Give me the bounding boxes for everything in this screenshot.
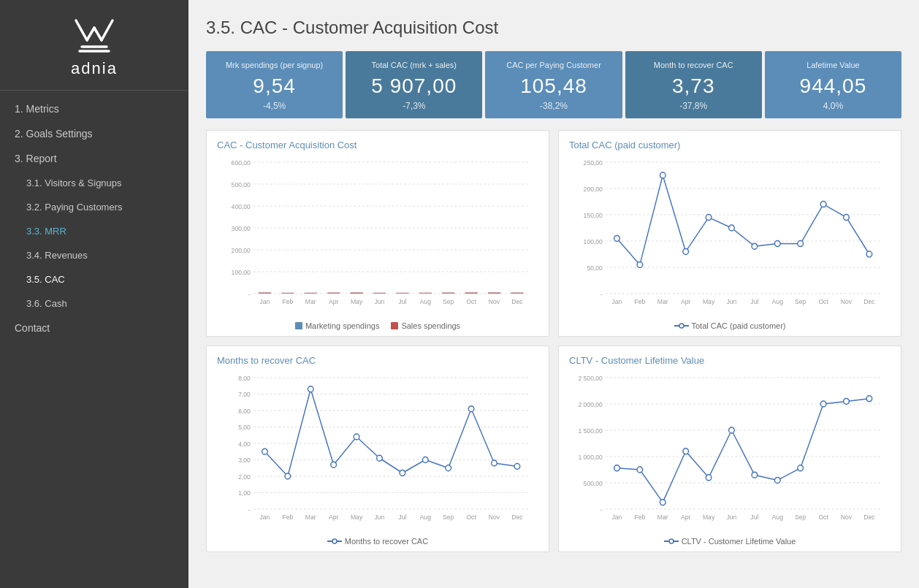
svg-rect-55 xyxy=(511,293,523,294)
nav-item-1.-metrics[interactable]: 1. Metrics xyxy=(0,96,188,121)
svg-text:Apr: Apr xyxy=(329,298,338,305)
svg-point-100 xyxy=(820,202,826,207)
svg-line-139 xyxy=(356,437,379,458)
svg-line-193 xyxy=(823,402,846,405)
total-cac-label: Total CAC (paid customer) xyxy=(692,321,786,330)
kpi-change-2: -38,2% xyxy=(492,101,614,111)
nav-item-3.1.-visitors-&-signups[interactable]: 3.1. Visitors & Signups xyxy=(0,171,188,195)
svg-line-88 xyxy=(801,205,823,244)
svg-text:Jun: Jun xyxy=(727,513,737,521)
svg-point-157 xyxy=(514,464,520,470)
svg-text:Nov: Nov xyxy=(489,298,500,305)
nav-item-2.-goals-settings[interactable]: 2. Goals Settings xyxy=(0,121,188,146)
svg-point-150 xyxy=(354,434,359,440)
svg-line-185 xyxy=(640,470,663,503)
svg-text:Dec: Dec xyxy=(863,298,875,305)
svg-point-202 xyxy=(774,478,780,484)
kpi-label-1: Total CAC (mrk + sales) xyxy=(353,60,475,70)
svg-text:Jun: Jun xyxy=(375,513,385,521)
line-icon xyxy=(674,322,689,329)
svg-text:50,00: 50,00 xyxy=(587,264,603,272)
svg-text:4,00: 4,00 xyxy=(238,440,251,448)
svg-text:Feb: Feb xyxy=(282,298,293,305)
total-cac-chart-area: 250,00200,00150,00100,0050,00-JanFebMarA… xyxy=(569,155,891,318)
kpi-change-3: -37,8% xyxy=(633,101,755,111)
nav-item-3.5.-cac[interactable]: 3.5. CAC xyxy=(0,267,188,291)
svg-point-147 xyxy=(285,473,291,479)
svg-point-91 xyxy=(614,236,620,242)
cltv-chart-box: CLTV - Customer Lifetime Value 2 500,002… xyxy=(558,345,901,552)
svg-rect-54 xyxy=(511,293,523,294)
nav-item-3.-report[interactable]: 3. Report xyxy=(0,146,188,171)
sales-color xyxy=(391,322,398,329)
svg-text:7,00: 7,00 xyxy=(238,392,251,399)
svg-point-146 xyxy=(262,449,268,455)
nav-item-3.4.-revenues[interactable]: 3.4. Revenues xyxy=(0,243,188,267)
svg-text:Jan: Jan xyxy=(260,298,270,305)
sidebar: adnia 1. Metrics2. Goals Settings3. Repo… xyxy=(0,0,188,588)
svg-point-148 xyxy=(308,386,313,392)
svg-text:-: - xyxy=(600,506,603,513)
svg-rect-41 xyxy=(350,293,362,294)
svg-line-138 xyxy=(334,437,356,465)
cac-chart-area: 600,00500,00400,00300,00200,00100,00-Jan… xyxy=(217,155,538,318)
svg-text:6,00: 6,00 xyxy=(238,408,251,415)
svg-point-104 xyxy=(679,324,684,328)
svg-line-186 xyxy=(663,451,685,503)
svg-rect-44 xyxy=(396,293,408,294)
months-chart-area: 8,007,006,005,004,003,002,001,00-JanFebM… xyxy=(217,370,538,534)
charts-row-1: CAC - Customer Acquisition Cost 600,0050… xyxy=(206,130,901,337)
svg-rect-36 xyxy=(305,293,317,294)
svg-text:-: - xyxy=(248,291,251,298)
svg-text:8,00: 8,00 xyxy=(238,375,251,382)
svg-point-198 xyxy=(683,448,689,454)
svg-text:May: May xyxy=(703,513,715,521)
svg-text:300,00: 300,00 xyxy=(232,225,251,232)
svg-text:Sep: Sep xyxy=(443,298,454,305)
svg-text:Sep: Sep xyxy=(795,298,806,305)
svg-point-154 xyxy=(446,465,451,471)
svg-point-92 xyxy=(637,262,643,268)
svg-text:Mar: Mar xyxy=(305,513,316,521)
svg-line-90 xyxy=(847,218,869,254)
svg-rect-49 xyxy=(442,294,454,294)
marketing-color xyxy=(295,322,302,329)
total-cac-legend: Total CAC (paid customer) xyxy=(569,321,891,330)
svg-text:-: - xyxy=(248,506,251,513)
svg-line-190 xyxy=(755,475,777,480)
svg-rect-53 xyxy=(488,293,500,294)
svg-rect-47 xyxy=(419,294,432,294)
svg-line-84 xyxy=(709,218,731,228)
svg-text:Oct: Oct xyxy=(818,298,828,305)
nav-item-3.3.-mrr[interactable]: 3.3. MRR xyxy=(0,219,188,243)
svg-text:Feb: Feb xyxy=(634,298,645,305)
svg-rect-38 xyxy=(327,293,340,294)
svg-text:Aug: Aug xyxy=(420,298,431,305)
svg-text:1 500,00: 1 500,00 xyxy=(578,427,603,435)
months-legend: Months to recover CAC xyxy=(217,537,538,546)
svg-point-101 xyxy=(844,215,850,221)
nav-item-contact[interactable]: Contact xyxy=(0,316,188,340)
svg-text:400,00: 400,00 xyxy=(232,203,251,210)
svg-line-140 xyxy=(379,459,402,473)
nav-item-3.2.-paying-customers[interactable]: 3.2. Paying Customers xyxy=(0,195,188,219)
svg-text:Mar: Mar xyxy=(657,513,668,521)
cac-chart-title: CAC - Customer Acquisition Cost xyxy=(217,140,538,150)
svg-point-201 xyxy=(752,472,758,478)
svg-rect-43 xyxy=(373,294,386,294)
cltv-chart-area: 2 500,002 000,001 500,001 000,00500,00-J… xyxy=(569,370,891,534)
svg-point-205 xyxy=(844,399,850,405)
svg-text:Dec: Dec xyxy=(511,298,523,305)
svg-line-136 xyxy=(288,389,310,476)
svg-point-195 xyxy=(614,465,620,471)
svg-text:Jul: Jul xyxy=(398,298,406,305)
svg-text:Mar: Mar xyxy=(305,298,316,305)
svg-text:Jan: Jan xyxy=(612,298,622,305)
logo-area: adnia xyxy=(0,0,188,91)
svg-line-194 xyxy=(847,399,869,402)
nav-item-3.6.-cash[interactable]: 3.6. Cash xyxy=(0,291,188,316)
svg-text:2,00: 2,00 xyxy=(238,473,251,481)
svg-text:Jan: Jan xyxy=(260,513,270,521)
svg-line-86 xyxy=(755,244,777,247)
total-cac-legend-item: Total CAC (paid customer) xyxy=(674,321,786,330)
